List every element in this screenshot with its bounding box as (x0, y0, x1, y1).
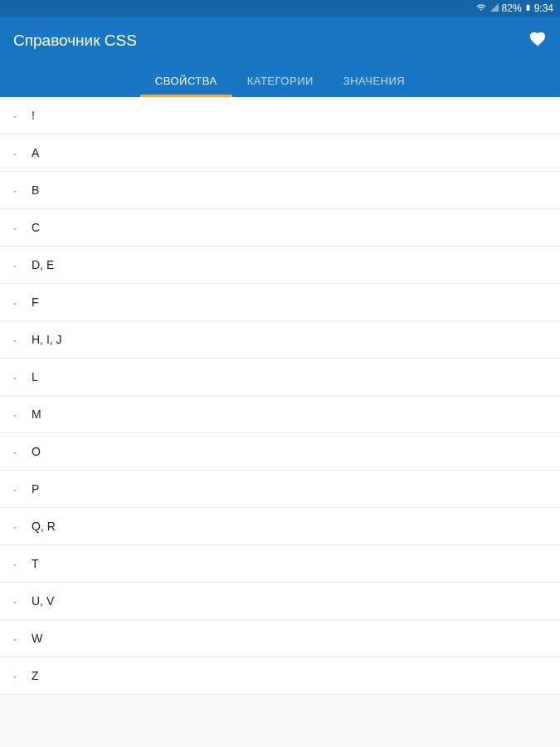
chevron-down-icon (10, 260, 20, 270)
favorite-button[interactable] (528, 30, 547, 51)
signal-icon (489, 2, 499, 15)
chevron-down-icon (10, 372, 20, 382)
list-item-label: U, V (32, 594, 54, 608)
list-item-label: ! (32, 109, 35, 122)
list-item[interactable]: B (0, 172, 560, 209)
chevron-down-icon (10, 521, 20, 531)
list-item-label: P (32, 482, 39, 496)
list-item[interactable]: O (0, 433, 560, 471)
chevron-down-icon (10, 484, 20, 494)
list-item[interactable]: H, I, J (0, 321, 560, 359)
list-item-label: T (32, 557, 39, 570)
chevron-down-icon (10, 447, 20, 456)
chevron-down-icon (10, 334, 20, 344)
list-item-label: Q, R (32, 520, 56, 533)
list-item-label: H, I, J (32, 333, 62, 346)
tab-1[interactable]: КАТЕГОРИИ (232, 65, 329, 97)
heart-icon (528, 30, 547, 48)
list-item[interactable]: U, V (0, 583, 560, 620)
tabs: СВОЙСТВАКАТЕГОРИИЗНАЧЕНИЯ (13, 65, 547, 97)
wifi-icon (475, 2, 487, 15)
list-item[interactable]: W (0, 620, 560, 657)
list-item[interactable]: Z (0, 657, 560, 695)
chevron-down-icon (10, 297, 20, 307)
tab-0[interactable]: СВОЙСТВА (140, 65, 232, 97)
list-item[interactable]: F (0, 284, 560, 321)
list-item-label: W (32, 632, 42, 645)
list-item[interactable]: P (0, 471, 560, 508)
list-item[interactable]: M (0, 396, 560, 433)
chevron-down-icon (10, 596, 20, 606)
battery-icon (524, 2, 532, 16)
chevron-down-icon (10, 110, 20, 120)
list-item-label: F (32, 295, 39, 309)
clock-time: 9:34 (534, 2, 553, 14)
list-item[interactable]: D, E (0, 247, 560, 284)
chevron-down-icon (10, 559, 20, 569)
list-item-label: L (32, 370, 38, 383)
page-title: Справочник CSS (13, 32, 137, 50)
list-item[interactable]: ! (0, 97, 560, 134)
list-item[interactable]: T (0, 545, 560, 583)
list-item-label: D, E (32, 258, 54, 271)
battery-percent: 82% (502, 2, 522, 14)
list-item[interactable]: L (0, 359, 560, 396)
list-item[interactable]: A (0, 134, 560, 172)
list-item[interactable]: C (0, 209, 560, 247)
chevron-down-icon (10, 148, 20, 158)
app-bar-top: Справочник CSS (13, 30, 547, 51)
list-item-label: A (32, 146, 39, 159)
status-icons: 82% 9:34 (475, 2, 553, 16)
chevron-down-icon (10, 185, 20, 195)
chevron-down-icon (10, 633, 20, 643)
list-item-label: O (32, 445, 41, 458)
list-item[interactable]: Q, R (0, 508, 560, 545)
list-item-label: Z (32, 669, 39, 682)
chevron-down-icon (10, 671, 20, 681)
chevron-down-icon (10, 222, 20, 232)
list-item-label: C (32, 221, 40, 234)
app-bar: Справочник CSS СВОЙСТВАКАТЕГОРИИЗНАЧЕНИЯ (0, 17, 560, 97)
chevron-down-icon (10, 409, 20, 419)
tab-2[interactable]: ЗНАЧЕНИЯ (329, 65, 420, 97)
status-bar: 82% 9:34 (0, 0, 560, 17)
property-list: !ABCD, EFH, I, JLMOPQ, RTU, VWZ (0, 97, 560, 695)
list-item-label: M (32, 408, 41, 421)
list-item-label: B (32, 183, 39, 197)
